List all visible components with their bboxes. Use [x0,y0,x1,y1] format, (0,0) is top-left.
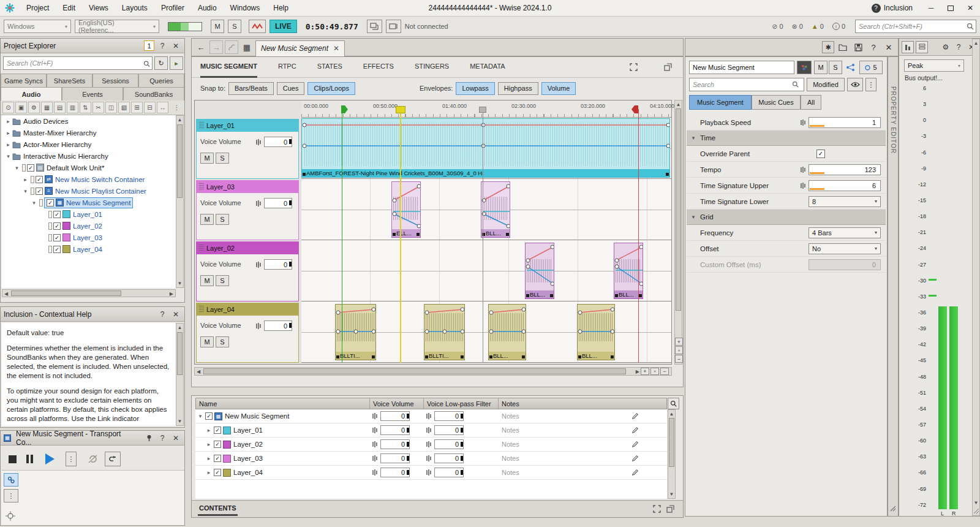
menu-profiler[interactable]: Profiler [154,0,191,17]
edit-notes-icon[interactable] [631,412,639,420]
voice-volume-value[interactable]: 0 [264,320,292,331]
expander-icon[interactable]: ▸ [204,469,214,476]
expander-icon[interactable]: ▸ [4,130,12,136]
save-icon[interactable] [851,40,865,54]
expand-all-icon[interactable]: ↔ [157,102,168,113]
add-icon[interactable]: ⊞ [131,102,143,113]
voice-volume-value[interactable]: 0 [380,411,410,421]
expander-icon[interactable]: ▸ [4,118,12,124]
inclusion-checkbox[interactable]: ✓ [27,164,34,172]
notes-placeholder[interactable]: Notes [502,427,519,434]
color-picker-icon[interactable] [797,61,812,74]
track-header-layer-03[interactable]: Layer_03 Voice Volume 0 M S [196,180,299,240]
tab-sessions[interactable]: Sessions [92,74,138,87]
track-header-layer-01[interactable]: Layer_01 Voice Volume 0 M S [196,119,299,179]
nav-back-icon[interactable]: ← [194,40,208,54]
override-parent-checkbox[interactable]: ✓ [816,150,825,158]
inclusion-checkbox[interactable]: ✓ [214,441,221,448]
tab-audio[interactable]: Audio [1,87,62,100]
maximize-view-icon[interactable] [627,61,640,74]
tab-music-cues[interactable]: Music Cues [752,95,801,110]
low-pass-value[interactable]: 0 [434,439,464,449]
expander-icon[interactable]: ▸ [21,176,29,183]
watch-eye-icon[interactable] [847,78,863,91]
tree-item-layer-01[interactable]: ✓ Layer_01 [2,208,176,220]
v-zoom-fit-icon[interactable]: ▫ [675,346,683,354]
cut-icon[interactable]: ✂ [92,102,104,113]
refresh-icon[interactable]: ↻ [154,56,168,70]
master-solo-button[interactable]: S [228,20,241,33]
notes-placeholder[interactable]: Notes [502,469,519,476]
resize-grip-icon[interactable] [973,508,979,514]
audio-clip[interactable]: AMBForst_FOREST-Night Pine Wind Crickets… [301,118,670,178]
tab-rtpc[interactable]: RTPC [278,57,296,78]
tempo-value[interactable]: 123 [809,164,881,175]
track-mute-button[interactable]: M [200,336,214,347]
column-header-low-pass[interactable]: Voice Low-pass Filter [424,398,499,409]
voice-volume-value[interactable]: 0 [380,439,410,449]
edit-notes-icon[interactable] [631,455,639,462]
sharesets-link-icon[interactable] [846,63,856,72]
grid-view-icon[interactable]: ▦ [41,102,53,113]
document-tab-music-segment[interactable]: New Music Segment ✕ [255,40,345,56]
menu-audio[interactable]: Audio [191,0,224,17]
expander-icon[interactable]: ▾ [21,188,29,194]
tree-item-playlist-container[interactable]: ▾ ✓ ≡ New Music Playlist Container [2,185,176,197]
table-row-layer-02[interactable]: ▸ ✓ Layer_02 0 0 Notes [195,438,667,452]
inclusion-checkbox[interactable]: ✓ [53,211,61,218]
tab-music-segment-properties[interactable]: Music Segment [689,95,752,110]
recent-icon[interactable]: ⊙ [2,102,14,113]
list-view-icon[interactable]: ▤ [54,102,66,113]
low-pass-value[interactable]: 0 [434,453,464,463]
inclusion-checkbox[interactable]: ✓ [214,427,221,434]
edit-notes-icon[interactable] [631,427,639,434]
modified-filter-button[interactable]: Modified [807,78,845,91]
menu-windows[interactable]: Windows [224,0,267,17]
voice-volume-value[interactable]: 0 [264,198,292,208]
copy-icon[interactable]: ◫ [105,102,117,113]
menu-layouts[interactable]: Layouts [115,0,154,17]
layout-help-label[interactable]: Inclusion [884,4,913,12]
edit-notes-icon[interactable] [631,441,639,448]
table-row-layer-01[interactable]: ▸ ✓ Layer_01 0 0 Notes [195,423,667,438]
tab-states[interactable]: STATES [317,57,342,78]
tab-all-properties[interactable]: All [801,95,821,110]
voice-volume-value[interactable]: 0 [380,468,410,477]
edit-notes-icon[interactable] [631,469,639,476]
offset-dropdown[interactable]: No▾ [809,243,881,254]
tree-horizontal-scrollbar[interactable]: ◀▶ [2,289,176,297]
folder-view-icon[interactable]: ▣ [15,102,27,113]
error-counter[interactable]: ⊗0 [792,23,803,31]
meter-view-icon[interactable] [902,41,914,53]
tree-item-layer-02[interactable]: ✓ Layer_02 [2,220,176,232]
editor-vertical-scrollbar[interactable]: ▲ + ▫ − [674,100,682,365]
explorer-search-input[interactable] [3,56,153,70]
panel-close-icon[interactable]: ✕ [170,433,181,444]
column-header-notes[interactable]: Notes [499,398,666,409]
track-solo-button[interactable]: S [216,153,229,164]
expander-icon[interactable]: ▾ [4,153,12,159]
inclusion-checkbox[interactable]: ✓ [214,469,221,476]
property-row-custom-offset[interactable]: Custom Offset (ms) 0 [687,257,886,273]
tree-item-master-mixer[interactable]: ▸ Master-Mixer Hierarchy [2,127,176,138]
profiler-capture-icon[interactable] [249,20,266,33]
contextual-help-titlebar[interactable]: Inclusion - Contextual Help ? ✕ [1,307,184,322]
property-row-playback-speed[interactable]: Playback Speed 1 [687,115,886,131]
property-row-time-signature-upper[interactable]: Time Signature Upper 6 [687,178,886,194]
contents-search-icon[interactable] [668,398,679,409]
expander-icon[interactable]: ▸ [4,142,12,148]
expander-icon[interactable]: ▸ [204,441,214,447]
menu-help[interactable]: Help [266,0,295,17]
column-header-name[interactable]: Name [196,398,370,409]
inclusion-checkbox[interactable]: ✓ [36,188,43,195]
menu-edit[interactable]: Edit [56,0,82,17]
voice-volume-value[interactable]: 0 [264,137,292,147]
stop-button[interactable] [4,455,20,463]
expander-icon[interactable]: ▾ [13,165,21,171]
remote-platform-icon[interactable] [386,20,401,33]
tree-item-interactive-music[interactable]: ▾ Interactive Music Hierarchy [2,150,176,162]
capture-log-counter[interactable]: ⊘0 [772,23,783,31]
property-row-tempo[interactable]: Tempo 123 [687,162,886,178]
audio-clip[interactable]: BLL... [577,304,615,360]
custom-cue-marker-yellow[interactable] [396,106,405,113]
